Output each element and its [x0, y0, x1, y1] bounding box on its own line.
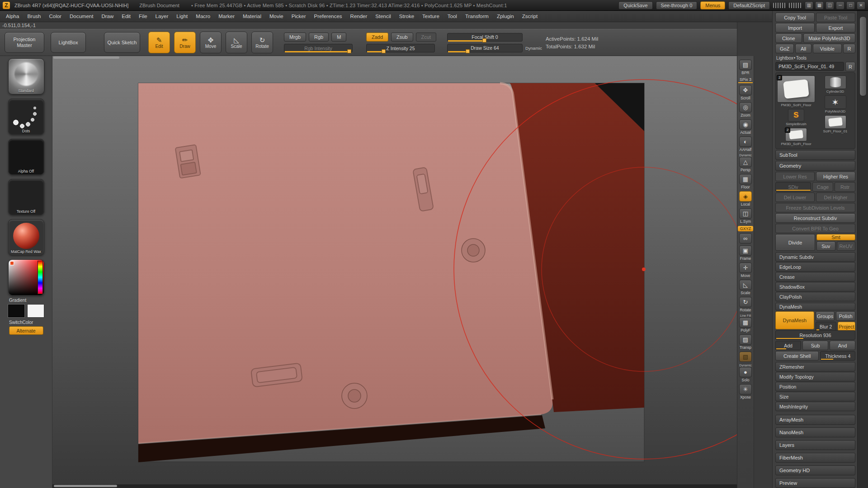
palette-section-header[interactable]: Preview	[775, 478, 855, 488]
menu-item[interactable]: Layer	[151, 12, 173, 20]
current-material-thumbnail[interactable]: MatCap Red Wax	[8, 219, 44, 255]
and-toggle[interactable]: And	[830, 341, 855, 350]
menu-item[interactable]: Preferences	[310, 12, 346, 20]
minimize-icon[interactable]: ─	[836, 1, 844, 9]
sub-toggle[interactable]: Sub	[802, 341, 828, 350]
paste-tool-button[interactable]: Paste Tool	[816, 13, 855, 22]
copy-tool-button[interactable]: Copy Tool	[775, 13, 815, 22]
create-shell-button[interactable]: Create Shell	[775, 351, 819, 361]
sculpt-mode-button[interactable]: Zsub	[391, 33, 413, 42]
palette-section-header[interactable]: NanoMesh	[775, 427, 855, 437]
right-shelf-button[interactable]: ∞	[739, 233, 752, 244]
menu-item[interactable]: Stroke	[395, 12, 418, 20]
goz-button[interactable]: GoZ	[775, 44, 794, 53]
right-shelf-button[interactable]: ◉ Actual	[739, 119, 752, 135]
default-zscript-button[interactable]: DefaultZScript	[728, 1, 770, 9]
subsection-header[interactable]: ShadowBox	[775, 282, 855, 291]
z-intensity-slider[interactable]: Z Intensity 25	[366, 44, 435, 52]
quicksave-button[interactable]: QuickSave	[618, 1, 652, 9]
geometry-section-header[interactable]: Geometry	[775, 161, 855, 171]
subsection-header[interactable]: Modify Topology	[775, 372, 855, 381]
reuv-button[interactable]: ReUV	[837, 241, 856, 251]
tool-r-button[interactable]: R	[845, 62, 855, 71]
subsection-header[interactable]: ClayPolish	[775, 292, 855, 301]
mode-button[interactable]: ◺ Scale	[226, 32, 247, 53]
projection-master-button[interactable]: Projection Master	[5, 32, 44, 53]
dynamesh-button[interactable]: DynaMesh	[775, 311, 814, 329]
menu-item[interactable]: Movie	[265, 12, 288, 20]
right-shelf-button[interactable]: ✳ Xpose	[739, 384, 752, 399]
menu-item[interactable]: Zscript	[518, 12, 542, 20]
right-shelf-button[interactable]: ▨ Transp	[739, 334, 752, 350]
paint-mode-button[interactable]: M	[331, 33, 346, 42]
goz-r-button[interactable]: R	[843, 44, 855, 53]
viewport-canvas[interactable]	[52, 56, 737, 488]
thickness-slider[interactable]: Thickness 4	[820, 351, 855, 361]
main-color-swatch[interactable]	[8, 304, 25, 318]
subsection-header[interactable]: ZRemesher	[775, 362, 855, 371]
dynamesh-section-header[interactable]: DynaMesh	[775, 303, 855, 310]
close-icon[interactable]: ✕	[857, 1, 865, 9]
menu-item[interactable]: Render	[346, 12, 372, 20]
menu-item[interactable]: Light	[172, 12, 192, 20]
alternate-button[interactable]: Alternate	[9, 326, 43, 335]
right-shelf-button[interactable]: GXYZ	[738, 225, 754, 231]
menus-toggle[interactable]: Menus	[700, 1, 725, 9]
right-shelf-button[interactable]: ◈ Local	[739, 191, 752, 206]
menu-item[interactable]: Stencil	[371, 12, 395, 20]
menu-item[interactable]: Edit	[118, 12, 135, 20]
right-shelf-button[interactable]: ▧	[739, 352, 752, 362]
menu-item[interactable]: Tool	[443, 12, 461, 20]
right-shelf-button[interactable]: ▤ BPR	[739, 60, 752, 75]
menu-item[interactable]: Brush	[23, 12, 45, 20]
del-higher-button[interactable]: Del Higher	[816, 192, 855, 202]
tool-thumbnail[interactable]: SimpleBrush	[786, 109, 806, 126]
mode-button[interactable]: ✎ Edit	[148, 32, 170, 53]
palette-section-header[interactable]: Layers	[775, 440, 855, 450]
maximize-icon[interactable]: □	[846, 1, 855, 9]
subsection-header[interactable]: Crease	[775, 272, 855, 282]
mode-button[interactable]: ✥ Move	[200, 32, 222, 53]
right-shelf-button[interactable]: ◐ AAHalf	[739, 136, 752, 152]
ui-sliders-icon[interactable]	[789, 3, 802, 8]
goz-all-button[interactable]: All	[795, 44, 811, 53]
right-shelf-button[interactable]: Dynamic △ Persp	[739, 154, 752, 172]
subsection-header[interactable]: Size	[775, 392, 855, 401]
menu-item[interactable]: Material	[239, 12, 265, 20]
see-through-slider[interactable]: See-through 0	[656, 1, 698, 9]
subtool-section-header[interactable]: SubTool	[775, 150, 855, 160]
menu-item[interactable]: Texture	[418, 12, 443, 20]
lock-icon[interactable]: ◫	[826, 1, 834, 9]
menu-item[interactable]: Macro	[192, 12, 214, 20]
blur-slider[interactable]: Blur 2	[816, 322, 836, 331]
groups-toggle[interactable]: Groups	[816, 311, 835, 321]
ui-sliders-icon[interactable]	[773, 3, 786, 8]
focal-shift-slider[interactable]: Focal Shift 0	[447, 33, 523, 42]
import-button[interactable]: Import	[775, 23, 815, 33]
lightbox-button[interactable]: LightBox	[51, 32, 86, 53]
reconstruct-subdiv-button[interactable]: Reconstruct Subdiv	[775, 213, 855, 223]
smt-toggle[interactable]: Smt	[816, 234, 855, 240]
suv-toggle[interactable]: Suv	[816, 241, 835, 251]
divide-button[interactable]: Divide	[775, 234, 815, 251]
panel-scrollbar[interactable]	[857, 11, 868, 488]
tool-thumbnail[interactable]: 2 PM3D_SciFi_Floor	[781, 128, 811, 146]
paint-mode-button[interactable]: Mrgb	[284, 33, 306, 42]
right-shelf-button[interactable]: ◫ L.Sym	[739, 208, 752, 224]
panel-scrollbar-thumb[interactable]	[859, 16, 867, 96]
palette-grid-icon[interactable]: ▦	[815, 1, 824, 9]
draw-size-slider[interactable]: Draw Size 64	[447, 44, 523, 52]
right-shelf-button[interactable]: ✛ Move	[739, 263, 752, 278]
dynamic-draw-size-toggle[interactable]: Dynamic	[525, 46, 542, 51]
menu-item[interactable]: Draw	[97, 12, 118, 20]
lower-res-button[interactable]: Lower Res	[775, 172, 815, 181]
freeze-subdivision-button[interactable]: Freeze SubDivision Levels	[775, 203, 855, 212]
current-brush-thumbnail[interactable]: Standard	[8, 58, 44, 94]
menu-item[interactable]: Marker	[214, 12, 239, 20]
tool-thumbnail[interactable]: SciFi_Floor_01	[823, 115, 848, 133]
mode-button[interactable]: ✏ Draw	[174, 32, 196, 53]
right-shelf-button[interactable]: ✥ Scroll	[739, 85, 752, 100]
active-tool-name[interactable]: PM3D_SciFi_Floor_01. 49	[775, 62, 844, 71]
color-picker-cursor[interactable]	[10, 261, 14, 265]
current-texture-thumbnail[interactable]: Texture Off	[8, 179, 44, 215]
